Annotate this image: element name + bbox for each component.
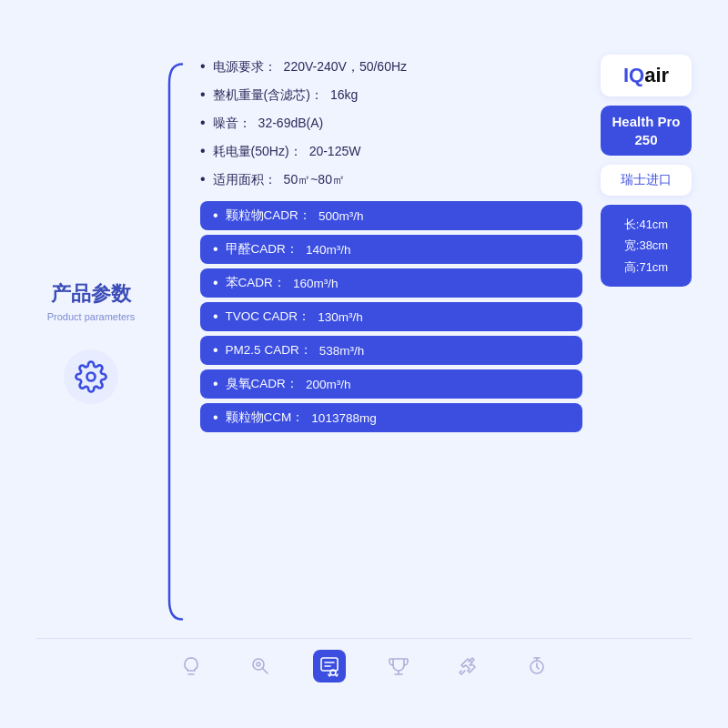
cadr-value-ccm: 1013788mg — [311, 411, 376, 425]
bullet: • — [213, 410, 218, 426]
nav-icon-timer — [521, 650, 553, 682]
right-section: IQair Health Pro 250 瑞士进口 长:41cm 宽:38cm … — [601, 55, 692, 629]
bullet: • — [213, 308, 218, 325]
section-title-en: Product parameters — [47, 311, 136, 322]
bullet: • — [200, 58, 206, 75]
dimensions-height: 高:71cm — [612, 257, 681, 278]
cadr-particle: • 颗粒物CADR： 500m³/h — [200, 201, 582, 230]
bullet: • — [200, 171, 206, 187]
brand-air: air — [644, 64, 669, 86]
cadr-value-tvoc: 130m³/h — [318, 310, 363, 324]
cadr-ozone: • 臭氧CADR： 200m³/h — [200, 369, 582, 399]
content-area: 产品参数 Product parameters • 电源要求： — [18, 36, 710, 638]
cadr-label-ozone: 臭氧CADR： — [226, 376, 298, 392]
svg-rect-4 — [321, 658, 338, 671]
params-list: • 电源要求： 220V-240V，50/60Hz • 整机重量(含滤芯)： 1… — [191, 55, 582, 432]
nav-icon-lightbulb — [175, 650, 207, 682]
param-power-consumption: • 耗电量(50Hz)： 20-125W — [200, 139, 582, 164]
param-area: • 适用面积： 50㎡~80㎡ — [200, 167, 582, 192]
cadr-tvoc: • TVOC CADR： 130m³/h — [200, 302, 582, 331]
nav-icon-certificate — [313, 650, 346, 682]
bullet: • — [200, 143, 206, 159]
bottom-nav — [36, 638, 692, 692]
param-label-noise: 噪音： — [213, 116, 251, 132]
cadr-label-pm25: PM2.5 CADR： — [226, 342, 312, 359]
param-label-area: 适用面积： — [213, 172, 277, 188]
brand-name: IQair — [613, 64, 679, 87]
bullet: • — [213, 376, 218, 392]
main-container: 产品参数 Product parameters • 电源要求： — [18, 36, 710, 692]
param-weight: • 整机重量(含滤芯)： 16kg — [200, 83, 582, 107]
cadr-value-benzene: 160m³/h — [293, 277, 339, 290]
nav-icon-handshake — [451, 650, 484, 682]
certificate-icon — [318, 655, 340, 677]
model-line2: 250 — [634, 132, 657, 147]
param-value-weight: 16kg — [330, 87, 358, 102]
param-value-noise: 32-69dB(A) — [258, 116, 324, 130]
timer-icon — [526, 655, 548, 677]
nav-item-certificate[interactable] — [313, 650, 346, 682]
bracket — [164, 55, 186, 629]
origin-box: 瑞士进口 — [601, 165, 692, 196]
nav-icon-search — [244, 650, 277, 682]
origin-text: 瑞士进口 — [610, 172, 682, 188]
cadr-benzene: • 苯CADR： 160m³/h — [200, 268, 582, 298]
model-text: Health Pro 250 — [610, 113, 682, 148]
cadr-label-formaldehyde: 甲醛CADR： — [226, 241, 298, 258]
param-value-power: 220V-240V，50/60Hz — [284, 59, 407, 76]
model-box: Health Pro 250 — [601, 106, 692, 156]
param-value-consumption: 20-125W — [309, 144, 361, 158]
param-label-weight: 整机重量(含滤芯)： — [213, 87, 323, 104]
nav-item-timer[interactable] — [521, 650, 553, 682]
svg-point-3 — [257, 662, 260, 666]
cadr-ccm: • 颗粒物CCM： 1013788mg — [200, 403, 582, 432]
search-icon — [249, 655, 271, 677]
svg-point-0 — [87, 372, 96, 380]
cadr-value-particle: 500m³/h — [318, 209, 364, 223]
nav-icon-trophy — [382, 650, 415, 682]
dimensions-length: 长:41cm — [612, 214, 681, 235]
nav-item-lightbulb[interactable] — [175, 650, 207, 682]
cadr-label-benzene: 苯CADR： — [226, 275, 286, 291]
handshake-icon — [457, 655, 479, 677]
brand-iq: IQ — [623, 64, 644, 86]
gear-icon — [75, 360, 107, 393]
cadr-label-tvoc: TVOC CADR： — [226, 308, 311, 325]
cadr-value-pm25: 538m³/h — [319, 344, 365, 358]
cadr-formaldehyde: • 甲醛CADR： 140m³/h — [200, 235, 582, 264]
svg-line-2 — [263, 669, 268, 674]
cadr-rows: • 颗粒物CADR： 500m³/h • 甲醛CADR： 140m³/h • 苯… — [200, 201, 582, 432]
dimensions-box: 长:41cm 宽:38cm 高:71cm — [601, 205, 692, 287]
cadr-value-formaldehyde: 140m³/h — [306, 243, 351, 257]
brand-box: IQair — [601, 55, 692, 96]
param-value-area: 50㎡~80㎡ — [284, 172, 345, 188]
param-label-consumption: 耗电量(50Hz)： — [213, 144, 302, 160]
nav-item-search[interactable] — [244, 650, 277, 682]
cadr-label-particle: 颗粒物CADR： — [226, 207, 311, 224]
middle-section: • 电源要求： 220V-240V，50/60Hz • 整机重量(含滤芯)： 1… — [164, 55, 582, 629]
cadr-pm25: • PM2.5 CADR： 538m³/h — [200, 336, 582, 365]
left-section: 产品参数 Product parameters — [36, 55, 146, 629]
model-line1: Health Pro — [612, 114, 680, 129]
nav-item-trophy[interactable] — [382, 650, 415, 682]
bullet: • — [213, 275, 218, 291]
cadr-label-ccm: 颗粒物CCM： — [226, 410, 305, 426]
nav-item-handshake[interactable] — [451, 650, 484, 682]
section-title-cn: 产品参数 — [51, 280, 131, 308]
cadr-value-ozone: 200m³/h — [306, 378, 351, 391]
bullet: • — [213, 241, 218, 258]
gear-icon-container — [64, 349, 118, 404]
bullet: • — [213, 342, 218, 359]
bullet: • — [213, 207, 218, 224]
param-noise: • 噪音： 32-69dB(A) — [200, 111, 582, 136]
lightbulb-icon — [180, 655, 202, 677]
bullet: • — [200, 115, 206, 131]
bullet: • — [200, 86, 206, 103]
dimensions-width: 宽:38cm — [612, 235, 681, 256]
trophy-icon — [388, 655, 410, 677]
param-power: • 电源要求： 220V-240V，50/60Hz — [200, 55, 582, 79]
param-label-power: 电源要求： — [213, 59, 277, 76]
